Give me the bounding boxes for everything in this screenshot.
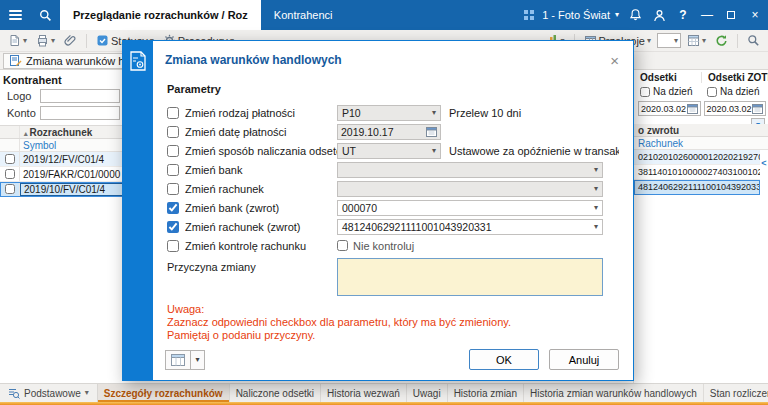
table-row-selected[interactable]: 2019/10/FV/C01/4 <box>0 182 130 197</box>
grid-layout-button[interactable]: ▾ <box>684 33 709 48</box>
tab-label: Kontrahenci <box>274 9 333 21</box>
collapse-panel-button[interactable]: < <box>760 150 768 176</box>
column-subheader-symbol[interactable]: Symbol <box>20 140 130 151</box>
rodzaj-platnosci-combobox[interactable]: P10▾ <box>337 105 441 121</box>
sposob-naliczania-hint: Ustawowe za opóźnienie w transakcjach ha <box>449 145 619 157</box>
nie-kontroluj-label: Nie kontroluj <box>353 240 414 252</box>
nie-kontroluj-checkbox[interactable]: Nie kontroluj <box>337 240 414 252</box>
chevron-down-icon: ▾ <box>590 165 598 174</box>
column-header-zwrot[interactable]: o zwrotu <box>634 124 768 137</box>
view-combobox[interactable]: ▾ <box>657 33 681 48</box>
tab-przegladanie-rozrachunkow[interactable]: Przeglądanie rozrachunków / Roz <box>60 0 261 30</box>
param-label: Zmień datę płatności <box>185 126 337 138</box>
bank-zwrot-combobox[interactable]: 000070▾ <box>337 200 603 216</box>
bank-combobox[interactable]: ▾ <box>337 162 603 178</box>
maximize-button[interactable] <box>723 11 739 19</box>
param-checkbox[interactable] <box>167 164 179 176</box>
close-window-button[interactable]: × <box>747 8 763 22</box>
odsetki-panel: Odsetki Odsetki ZOTP Na dzień Na dzień 2… <box>633 70 768 383</box>
data-platnosci-date-input[interactable]: 2019.10.17 <box>337 124 441 140</box>
odsetki-dates-row: 2020.03.02 2020.03.02 <box>634 101 768 116</box>
row-checkbox[interactable] <box>5 154 15 164</box>
help-button[interactable]: ? <box>675 8 691 22</box>
rachunek-cell-selected[interactable]: 48124062921111001043920331 <box>634 180 760 195</box>
param-checkbox[interactable] <box>167 145 179 157</box>
calendar-icon[interactable] <box>687 103 698 114</box>
dialog-titlebar: Zmiana warunków handlowych × <box>165 49 619 71</box>
table-header-row[interactable]: ▴Rozrachunek <box>0 126 130 139</box>
column-header-rozrachunek[interactable]: Rozrachunek <box>30 127 93 138</box>
dialog-close-button[interactable]: × <box>610 53 619 68</box>
bottom-tab-historia-zmian-warunkow[interactable]: Historia zmian warunków handlowych <box>524 384 704 402</box>
chevron-down-icon: ▾ <box>702 37 706 45</box>
param-checkbox[interactable] <box>167 240 179 252</box>
param-label: Zmień kontrolę rachunku <box>185 240 337 252</box>
chevron-down-icon: ▾ <box>674 37 678 45</box>
param-checkbox[interactable] <box>167 202 179 214</box>
rachunek-cell[interactable]: 38114010100000274031001020 <box>634 165 760 180</box>
notifications-button[interactable] <box>627 8 643 22</box>
print-button[interactable]: ▾ <box>33 33 58 48</box>
global-search-button[interactable] <box>30 0 60 30</box>
param-label: Zmień rachunek (zwrot) <box>185 221 337 233</box>
user-profile-button[interactable] <box>651 9 667 22</box>
odsetki-date-input-2[interactable]: 2020.03.02 <box>704 101 767 116</box>
row-checkbox[interactable] <box>5 184 15 194</box>
company-selector[interactable]: 1 - Foto Świat ▾ <box>542 9 619 21</box>
dialog-settings-caret-button[interactable]: ▾ <box>191 350 205 370</box>
tab-kontrahenci[interactable]: Kontrahenci <box>261 0 346 30</box>
bottom-tab-historia-wezwan[interactable]: Historia wezwań <box>321 384 407 402</box>
na-dzien-label: Na dzień <box>653 86 692 97</box>
na-dzien-checkbox-1[interactable]: Na dzień <box>634 86 701 97</box>
row-checkbox[interactable] <box>5 169 15 179</box>
przyczyna-textarea[interactable] <box>337 258 603 296</box>
calendar-icon[interactable] <box>752 103 763 114</box>
bottom-tab-uwagi[interactable]: Uwagi <box>407 384 448 402</box>
param-checkbox[interactable] <box>167 107 179 119</box>
hamburger-menu-button[interactable] <box>0 0 30 30</box>
bottom-view-selector[interactable]: Podstawowe ▾ <box>0 384 98 402</box>
column-subheader-rachunek[interactable]: Rachunek <box>634 137 768 150</box>
na-dzien-checkbox-2[interactable]: Na dzień <box>701 86 768 97</box>
rachunek-cell[interactable]: 02102010260000120202192706 <box>634 150 760 165</box>
new-document-button[interactable]: ▾ <box>5 33 30 48</box>
table-row[interactable]: 2019/12/FV/C01/4 <box>0 152 130 167</box>
param-label: Zmień bank <box>185 164 337 176</box>
chevron-down-icon: ▾ <box>615 11 619 19</box>
checkbox[interactable] <box>707 87 717 97</box>
calendar-icon[interactable] <box>426 126 437 137</box>
param-checkbox[interactable] <box>167 126 179 138</box>
rachunek-zwrot-combobox[interactable]: 48124062921111001043920331▾ <box>337 219 603 235</box>
dialog-body: Zmiana warunków handlowych × Parametry Z… <box>153 41 633 380</box>
toolbar-search-button[interactable] <box>744 33 763 48</box>
checkbox[interactable] <box>640 87 650 97</box>
cancel-button[interactable]: Anuluj <box>549 349 619 370</box>
param-checkbox[interactable] <box>167 183 179 195</box>
dialog-grid-settings-button[interactable] <box>165 350 191 370</box>
refresh-button[interactable] <box>712 33 731 48</box>
logo-input[interactable] <box>40 89 120 103</box>
attachments-button[interactable] <box>61 33 80 48</box>
bell-icon <box>629 8 642 22</box>
company-name: 1 - Foto Świat <box>542 9 610 21</box>
dialog-footer: ▾ OK Anuluj <box>165 349 619 370</box>
checkbox[interactable] <box>337 240 348 251</box>
sposob-naliczania-combobox[interactable]: UT▾ <box>337 143 441 159</box>
param-checkbox[interactable] <box>167 221 179 233</box>
minimize-button[interactable]: — <box>699 8 715 22</box>
bottom-tab-naliczone-odsetki[interactable]: Naliczone odsetki <box>230 384 321 402</box>
ok-button[interactable]: OK <box>469 349 539 370</box>
table-subheader-row: Symbol <box>0 139 130 152</box>
chevron-down-icon: ▾ <box>590 184 598 193</box>
apps-grid-icon[interactable] <box>524 10 534 20</box>
odsetki-date-input-1[interactable]: 2020.03.02 <box>638 101 701 116</box>
bottom-tab-szczegoly-rozrachunkow[interactable]: Szczegóły rozrachunków <box>98 384 230 402</box>
parametry-section-label: Parametry <box>167 83 619 95</box>
bottom-tab-stan-rozliczenia-fifo[interactable]: Stan rozliczenia kolejki FIFO <box>704 384 768 402</box>
combo-value: 48124062921111001043920331 <box>342 221 492 233</box>
rachunek-combobox[interactable]: ▾ <box>337 181 603 197</box>
konto-input[interactable] <box>40 106 120 120</box>
bottom-tab-historia-zmian[interactable]: Historia zmian <box>448 384 524 402</box>
table-row[interactable]: 2019/FAKR/C01/0000 <box>0 167 130 182</box>
selector-label: Podstawowe <box>24 388 81 399</box>
